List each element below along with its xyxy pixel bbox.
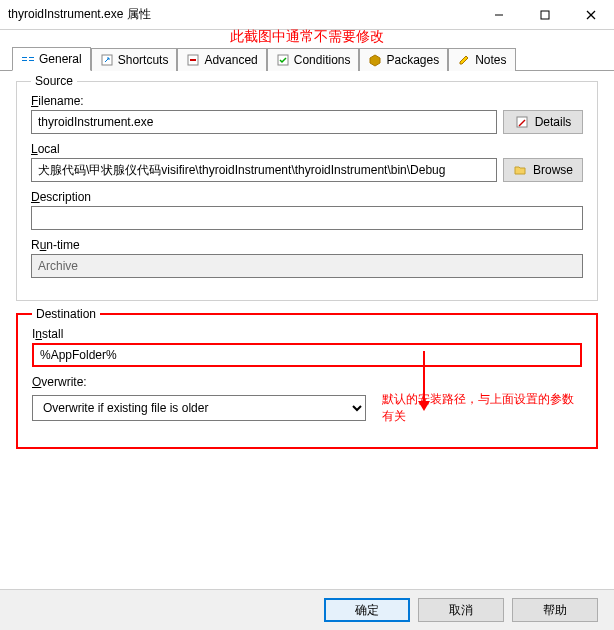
tab-conditions[interactable]: Conditions: [267, 48, 360, 71]
overwrite-label: Overwrite:: [32, 375, 582, 389]
tab-bar: General Shortcuts Advanced Conditions Pa…: [0, 42, 614, 71]
svg-rect-10: [190, 59, 196, 61]
install-input[interactable]: [32, 343, 582, 367]
tab-advanced[interactable]: Advanced: [177, 48, 266, 71]
conditions-icon: [276, 53, 290, 67]
svg-rect-5: [22, 60, 27, 61]
filename-label: FFilename:ilename:: [31, 94, 583, 108]
source-fieldset: Source FFilename:ilename: Details Local …: [16, 81, 598, 301]
notes-icon: [457, 53, 471, 67]
filename-input[interactable]: [31, 110, 497, 134]
svg-rect-4: [22, 57, 27, 58]
details-icon: [515, 115, 529, 129]
tab-shortcuts[interactable]: Shortcuts: [91, 48, 178, 71]
tab-label: Advanced: [204, 53, 257, 67]
content-area: Source FFilename:ilename: Details Local …: [0, 71, 614, 471]
install-label: Install: [32, 327, 582, 341]
description-label: Description: [31, 190, 583, 204]
tab-label: Notes: [475, 53, 506, 67]
tab-general[interactable]: General: [12, 47, 91, 71]
overwrite-select[interactable]: Overwrite if existing file is older: [32, 395, 366, 421]
close-button[interactable]: [568, 0, 614, 29]
advanced-icon: [186, 53, 200, 67]
maximize-button[interactable]: [522, 0, 568, 29]
tab-label: Shortcuts: [118, 53, 169, 67]
annotation-arrow: [418, 351, 430, 411]
destination-legend: Destination: [32, 307, 100, 321]
svg-rect-6: [29, 57, 34, 58]
ok-button[interactable]: 确定: [324, 598, 410, 622]
details-button[interactable]: Details: [503, 110, 583, 134]
description-input[interactable]: [31, 206, 583, 230]
svg-rect-7: [29, 60, 34, 61]
minimize-button[interactable]: [476, 0, 522, 29]
runtime-input: [31, 254, 583, 278]
tab-notes[interactable]: Notes: [448, 48, 515, 71]
tab-label: Packages: [386, 53, 439, 67]
annotation-top: 此截图中通常不需要修改: [0, 28, 614, 46]
tab-label: General: [39, 52, 82, 66]
tab-packages[interactable]: Packages: [359, 48, 448, 71]
browse-button[interactable]: Browse: [503, 158, 583, 182]
local-input[interactable]: [31, 158, 497, 182]
source-legend: Source: [31, 74, 77, 88]
destination-fieldset: Destination Install Overwrite: Overwrite…: [16, 313, 598, 449]
runtime-label: Run-time: [31, 238, 583, 252]
cancel-button[interactable]: 取消: [418, 598, 504, 622]
dialog-footer: 确定 取消 帮助: [0, 589, 614, 630]
browse-icon: [513, 163, 527, 177]
shortcuts-icon: [100, 53, 114, 67]
window-buttons: [476, 0, 614, 29]
window-title: thyroidInstrument.exe 属性: [8, 6, 476, 23]
help-button[interactable]: 帮助: [512, 598, 598, 622]
svg-rect-1: [541, 11, 549, 19]
general-icon: [21, 52, 35, 66]
titlebar: thyroidInstrument.exe 属性: [0, 0, 614, 30]
local-label: Local: [31, 142, 583, 156]
annotation-bottom: 默认的安装路径，与上面设置的参数有关: [382, 391, 582, 425]
tab-label: Conditions: [294, 53, 351, 67]
packages-icon: [368, 53, 382, 67]
